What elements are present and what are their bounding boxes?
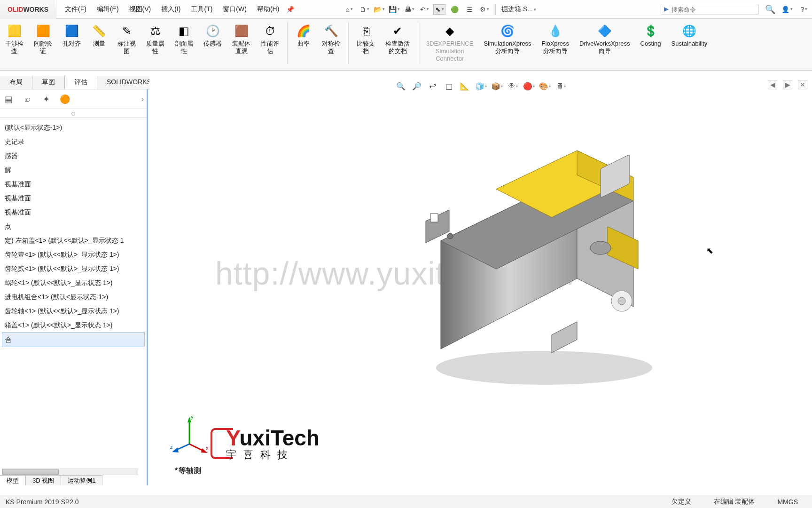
- clearance-verify-button[interactable]: 🟧间隙验 证: [29, 22, 57, 68]
- new-icon[interactable]: 🗋: [358, 4, 370, 15]
- horizontal-scrollbar[interactable]: [2, 468, 138, 475]
- menu-insert[interactable]: 插入(I): [156, 3, 185, 16]
- tree-top-plane[interactable]: 视基准面: [2, 191, 145, 205]
- floxpress-button[interactable]: 💧FloXpress 分析向导: [537, 22, 575, 68]
- tab-model[interactable]: 模型: [0, 476, 26, 485]
- previous-view-icon[interactable]: ⮐: [427, 80, 439, 92]
- tree-component-6[interactable]: 齿轮轴<1> (默认<<默认>_显示状态 1>): [2, 304, 145, 318]
- measure-button[interactable]: 📏测量: [86, 22, 112, 68]
- rebuild-icon[interactable]: 🟢: [448, 4, 461, 15]
- view-orientation-icon[interactable]: 🧊: [475, 80, 487, 92]
- menu-help[interactable]: 帮助(H): [252, 3, 284, 16]
- options-list-icon[interactable]: ☰: [463, 4, 476, 15]
- settings-icon[interactable]: ⚙: [478, 4, 491, 15]
- tree-origin[interactable]: 点: [2, 219, 145, 233]
- configuration-icon[interactable]: ✦: [40, 94, 52, 105]
- mass-props-button[interactable]: ⚖质量属 性: [141, 22, 170, 68]
- tree-component-1[interactable]: 定) 左箱盖<1> (默认<<默认>_显示状态 1: [2, 233, 145, 247]
- menu-window[interactable]: 窗口(W): [218, 3, 251, 16]
- open-icon[interactable]: 📂: [373, 4, 385, 15]
- print-icon[interactable]: 🖶: [403, 4, 415, 15]
- user-icon[interactable]: 👤: [782, 4, 792, 15]
- tree-component-7[interactable]: 箱盖<1> (默认<<默认>_显示状态 1>): [2, 318, 145, 332]
- sensor-button[interactable]: 🕑传感器: [198, 22, 227, 68]
- undo-icon[interactable]: ↶: [418, 4, 430, 15]
- help-icon[interactable]: ?: [799, 4, 809, 15]
- menu-tools[interactable]: 工具(T): [186, 3, 217, 16]
- status-underdefined[interactable]: 欠定义: [667, 498, 696, 506]
- orientation-triad[interactable]: y x z: [168, 412, 211, 454]
- tree-mates[interactable]: 合: [2, 332, 145, 347]
- tree-history[interactable]: 史记录: [2, 135, 145, 149]
- model-render: [347, 133, 676, 396]
- tab-layout[interactable]: 布局: [0, 76, 32, 89]
- tree-sensors[interactable]: 感器: [2, 149, 145, 163]
- tree-component-4[interactable]: 蜗轮<1> (默认<<默认>_显示状态 1>): [2, 276, 145, 290]
- tree-component-2[interactable]: 齿轮壹<1> (默认<<默认>_显示状态 1>): [2, 247, 145, 262]
- symmetry-check-button[interactable]: 🔨对称检 查: [317, 22, 345, 68]
- tab-3d-view[interactable]: 3D 视图: [26, 476, 61, 485]
- feature-tree-icon[interactable]: ▤: [3, 94, 14, 105]
- tab-sketch[interactable]: 草图: [32, 76, 65, 89]
- graphics-viewport[interactable]: 🔍 🔎 ⮐ ◫ 📐 🧊 📦 👁 🔴 🎨 🖥 ◀ ▶ ✕ http://www.y…: [149, 76, 812, 495]
- tree-component-3[interactable]: 齿轮贰<1> (默认<<默认>_显示状态 1>): [2, 262, 145, 276]
- status-editing[interactable]: 在编辑 装配体: [709, 498, 760, 506]
- property-manager-icon[interactable]: ⎄: [22, 94, 33, 105]
- viewport-close-icon[interactable]: ✕: [798, 80, 807, 89]
- home-icon[interactable]: ⌂: [343, 4, 355, 15]
- display-style-icon[interactable]: 📦: [491, 80, 503, 92]
- title-bar: OLIDWORKS 文件(F) 编辑(E) 视图(V) 插入(I) 工具(T) …: [0, 0, 812, 19]
- tree-right-plane[interactable]: 视基准面: [2, 205, 145, 219]
- svg-rect-10: [430, 214, 438, 222]
- ribbon: 🟨干涉检 查 🟧间隙验 证 🟦孔对齐 📏测量 ✎标注视 图 ⚖质量属 性 ◧剖面…: [0, 19, 812, 71]
- section-view-icon[interactable]: ◫: [443, 80, 455, 92]
- section-props-button[interactable]: ◧剖面属 性: [170, 22, 198, 68]
- expand-panel-icon[interactable]: ›: [141, 95, 144, 103]
- command-search[interactable]: [661, 4, 758, 15]
- compare-label: 比较文 档: [357, 40, 375, 55]
- model-view-tabs: 模型 3D 视图 运动算例1: [0, 475, 102, 485]
- tab-motion-study[interactable]: 运动算例1: [61, 476, 102, 485]
- markup-button[interactable]: ✎标注视 图: [112, 22, 141, 68]
- performance-eval-button[interactable]: ⏱性能评 估: [256, 22, 284, 68]
- display-manager-icon[interactable]: 🟠: [59, 94, 70, 105]
- hide-show-icon[interactable]: 👁: [507, 80, 519, 92]
- menu-file[interactable]: 文件(F): [60, 3, 91, 16]
- tree-front-plane[interactable]: 视基准面: [2, 177, 145, 191]
- tree-annotations[interactable]: 解: [2, 163, 145, 177]
- curvature-button[interactable]: 🌈曲率: [290, 22, 317, 68]
- select-icon[interactable]: ⬉: [433, 4, 445, 15]
- hole-align-button[interactable]: 🟦孔对齐: [57, 22, 86, 68]
- search-input[interactable]: [671, 6, 756, 13]
- zoom-fit-icon[interactable]: 🔍: [395, 80, 407, 92]
- assembly-vis-button[interactable]: 🟫装配体 直观: [227, 22, 256, 68]
- tab-evaluate[interactable]: 评估: [65, 76, 97, 89]
- zoom-area-icon[interactable]: 🔎: [411, 80, 423, 92]
- tree-root[interactable]: (默认<显示状态-1>): [2, 120, 145, 135]
- status-units[interactable]: MMGS: [773, 498, 803, 506]
- document-title[interactable]: 掘进箱.S...: [500, 5, 537, 14]
- scrollbar-thumb[interactable]: [2, 469, 59, 475]
- viewport-expand-icon[interactable]: ▶: [783, 80, 792, 89]
- driveworksxpress-button[interactable]: 🔷DriveWorksXpress 向导: [574, 22, 635, 68]
- interference-check-button[interactable]: 🟨干涉检 查: [0, 22, 29, 68]
- menu-edit[interactable]: 编辑(E): [92, 3, 124, 16]
- compare-docs-button[interactable]: ⎘比较文 档: [351, 22, 380, 68]
- scene-icon[interactable]: 🎨: [539, 80, 551, 92]
- view-settings-icon[interactable]: 🖥: [554, 80, 567, 92]
- appearance-icon[interactable]: 🔴: [523, 80, 535, 92]
- costing-button[interactable]: 💲Costing: [635, 22, 666, 68]
- 3dexperience-button[interactable]: ◆3DEXPERIENCE Simulation Connector: [421, 22, 478, 68]
- simulationxpress-button[interactable]: 🌀SimulationXpress 分析向导: [478, 22, 536, 68]
- dynamic-annotation-icon[interactable]: 📐: [459, 80, 471, 92]
- tree-component-5[interactable]: 进电机组合<1> (默认<显示状态-1>): [2, 290, 145, 304]
- flox-label: FloXpress 分析向导: [542, 40, 570, 55]
- check-active-doc-button[interactable]: ✔检查激活 的文档: [380, 22, 415, 68]
- pin-icon[interactable]: 📌: [285, 4, 295, 15]
- panel-splitter[interactable]: [0, 109, 147, 118]
- menu-view[interactable]: 视图(V): [125, 3, 156, 16]
- viewport-collapse-icon[interactable]: ◀: [768, 80, 777, 89]
- save-icon[interactable]: 💾: [388, 4, 400, 15]
- search-magnifier-icon[interactable]: 🔍: [765, 4, 775, 15]
- sustainability-button[interactable]: 🌐Sustainability: [666, 22, 713, 68]
